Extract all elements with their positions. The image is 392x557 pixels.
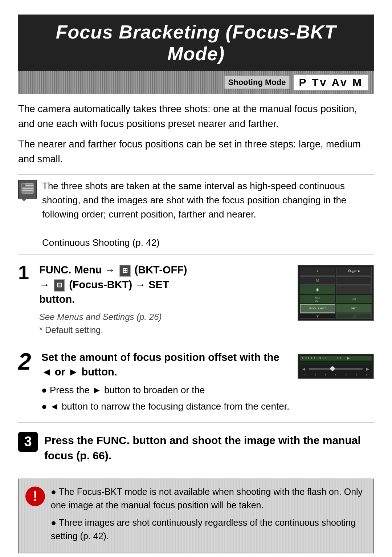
warning-bullet-1: The Focus-BKT mode is not available when… (51, 485, 367, 512)
step-2-title: Set the amount of focus position offset … (41, 350, 290, 379)
warning-icon: ! (25, 487, 45, 506)
step-3-row: 3 Press the FUNC. button and shoot the i… (18, 431, 374, 463)
step-2-bullet-2: ◄ button to narrow the focusing distance… (41, 399, 290, 414)
warning-text: The Focus-BKT mode is not available when… (51, 485, 367, 547)
warning-bullet-2: Three images are shot continuously regar… (51, 516, 367, 543)
intro-paragraph-2: The nearer and farther focus positions c… (18, 137, 374, 166)
step-1-title: FUNC. Menu → ⊞ (BKT-OFF) → ⊟ (Focus-BKT)… (39, 263, 187, 307)
note-icon (18, 180, 37, 199)
bkt-off-icon: ⊞ (119, 265, 131, 277)
shooting-mode-letters: P Tv Av M (293, 74, 369, 91)
step-2-image: FOCUS-BKT SET ▶ ◄ ► ••••••• (298, 354, 374, 379)
step-3-section: 3 Press the FUNC. button and shoot the i… (18, 431, 374, 470)
step-1-see-ref: See Menus and Settings (p. 26) (39, 312, 187, 322)
note-box: The three shots are taken at the same in… (18, 174, 374, 255)
step-1-row: 1 FUNC. Menu → ⊞ (BKT-OFF) → ⊟ (Focus-BK… (18, 263, 374, 335)
step-1-content: 1 FUNC. Menu → ⊞ (BKT-OFF) → ⊟ (Focus-BK… (18, 263, 290, 335)
note-text: The three shots are taken at the same in… (42, 179, 374, 250)
step-1-image: ★ ⚙◎○● M ◉ ISO30 -30 FOCUS-BKT SET ▼ ⊞ (298, 265, 374, 321)
warning-box: ! The Focus-BKT mode is not available wh… (18, 479, 374, 553)
step-2-number: 2 (18, 350, 36, 373)
step-2-section: 2 Set the amount of focus position offse… (18, 350, 374, 423)
shooting-mode-label: Shooting Mode (224, 76, 290, 89)
step-1-section: 1 FUNC. Menu → ⊞ (BKT-OFF) → ⊟ (Focus-BK… (18, 263, 374, 342)
page-header: Focus Bracketing (Focus-BKT Mode) (18, 15, 374, 71)
step-3-title: Press the FUNC. button and shoot the ima… (44, 431, 374, 463)
shooting-mode-bar: Shooting Mode P Tv Av M (18, 71, 374, 94)
step-2-bullet-1: Press the ► button to broaden or the (41, 383, 290, 397)
step-1-number: 1 (18, 263, 34, 282)
intro-paragraph-1: The camera automatically takes three sho… (18, 102, 374, 131)
step-1-default-note: * Default setting. (39, 325, 187, 335)
step-2-content: 2 Set the amount of focus position offse… (18, 350, 290, 416)
svg-rect-1 (22, 183, 25, 187)
step-2-bullets: Press the ► button to broaden or the ◄ b… (41, 383, 290, 414)
step-3-number: 3 (18, 432, 38, 452)
page-title: Focus Bracketing (Focus-BKT Mode) (25, 21, 367, 65)
step-2-row: 2 Set the amount of focus position offse… (18, 350, 374, 416)
focus-bkt-icon: ⊟ (54, 279, 65, 291)
